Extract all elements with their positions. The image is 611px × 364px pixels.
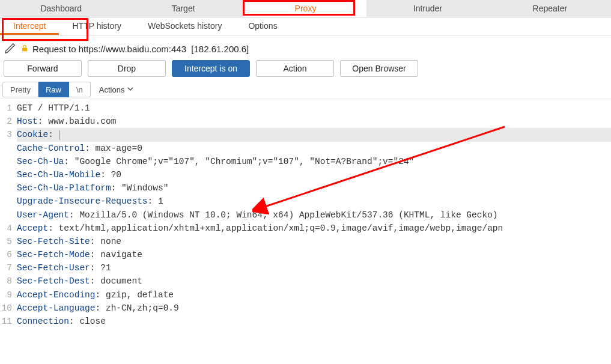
request-info-row: Request to https://www.baidu.com:443 [18…	[0, 35, 611, 58]
gutter-line: 7	[0, 261, 14, 275]
editor-line[interactable]: Accept-Language: zh-CN,zh;q=0.9	[17, 302, 611, 315]
gutter-line: 1	[0, 102, 14, 115]
gutter-line: 10	[0, 302, 14, 315]
gutter-line	[0, 155, 14, 168]
gutter-line: 4	[0, 222, 14, 235]
editor-line[interactable]: Accept: text/html,application/xhtml+xml,…	[17, 222, 611, 235]
top-tab-bar: Dashboard Target Proxy Intruder Repeater	[0, 0, 611, 17]
editor-line[interactable]: Cookie:	[17, 128, 611, 141]
lock-icon	[20, 43, 29, 55]
gutter-line	[0, 181, 14, 195]
editor-line[interactable]: Upgrade-Insecure-Requests: 1	[17, 195, 611, 208]
gutter-line	[0, 142, 14, 155]
sub-tab-bar: Intercept HTTP history WebSockets histor…	[0, 17, 611, 35]
gutter-line: 9	[0, 288, 14, 302]
gutter-line: 3	[0, 128, 14, 141]
chevron-down-icon	[127, 85, 134, 94]
editor-actions-menu[interactable]: Actions	[99, 82, 135, 97]
request-label: Request to https://www.baidu.com:443 [18…	[32, 44, 249, 54]
tab-intruder[interactable]: Intruder	[366, 0, 488, 17]
tab-proxy[interactable]: Proxy	[245, 0, 366, 17]
svg-rect-0	[22, 47, 27, 51]
editor-line[interactable]: Sec-Ch-Ua: "Google Chrome";v="107", "Chr…	[17, 155, 611, 168]
gutter-line: 8	[0, 275, 14, 288]
subtab-websockets-history[interactable]: WebSockets history	[135, 17, 235, 35]
subtab-intercept[interactable]: Intercept	[0, 17, 59, 35]
editor-line[interactable]: Accept-Encoding: gzip, deflate	[17, 288, 611, 302]
editor-line[interactable]: User-Agent: Mozilla/5.0 (Windows NT 10.0…	[17, 208, 611, 222]
request-editor[interactable]: 1234567891011 GET / HTTP/1.1Host: www.ba…	[0, 99, 611, 328]
editor-line[interactable]: Cache-Control: max-age=0	[17, 142, 611, 155]
line-gutter: 1234567891011	[0, 102, 14, 328]
view-mode-row: Pretty Raw \n Actions	[0, 82, 611, 99]
tab-repeater[interactable]: Repeater	[489, 0, 611, 17]
edit-icon[interactable]	[4, 41, 17, 56]
gutter-line	[0, 208, 14, 222]
subtab-options[interactable]: Options	[235, 17, 290, 35]
editor-line[interactable]: Sec-Ch-Ua-Mobile: ?0	[17, 168, 611, 181]
intercept-toggle-button[interactable]: Intercept is on	[172, 60, 250, 77]
view-newline[interactable]: \n	[69, 82, 91, 97]
gutter-line	[0, 195, 14, 208]
tab-target[interactable]: Target	[122, 0, 244, 17]
editor-line[interactable]: Connection: close	[17, 315, 611, 328]
view-raw[interactable]: Raw	[38, 82, 69, 97]
subtab-http-history[interactable]: HTTP history	[59, 17, 134, 35]
action-button-row: Forward Drop Intercept is on Action Open…	[0, 58, 611, 82]
drop-button[interactable]: Drop	[88, 60, 166, 77]
editor-line[interactable]: Sec-Fetch-Site: none	[17, 235, 611, 248]
tab-dashboard[interactable]: Dashboard	[0, 0, 122, 17]
text-cursor	[59, 130, 60, 140]
forward-button[interactable]: Forward	[4, 60, 82, 77]
editor-line[interactable]: GET / HTTP/1.1	[17, 102, 611, 115]
open-browser-button[interactable]: Open Browser	[340, 60, 418, 77]
action-button[interactable]: Action	[256, 60, 334, 77]
gutter-line	[0, 168, 14, 181]
editor-line[interactable]: Sec-Fetch-User: ?1	[17, 261, 611, 275]
view-pretty[interactable]: Pretty	[2, 82, 38, 97]
editor-lines[interactable]: GET / HTTP/1.1Host: www.baidu.comCookie:…	[17, 102, 611, 328]
gutter-line: 11	[0, 315, 14, 328]
gutter-line: 5	[0, 235, 14, 248]
gutter-line: 2	[0, 115, 14, 128]
editor-line[interactable]: Sec-Fetch-Mode: navigate	[17, 248, 611, 261]
gutter-line: 6	[0, 248, 14, 261]
editor-line[interactable]: Host: www.baidu.com	[17, 115, 611, 128]
editor-line[interactable]: Sec-Fetch-Dest: document	[17, 275, 611, 288]
editor-line[interactable]: Sec-Ch-Ua-Platform: "Windows"	[17, 181, 611, 195]
